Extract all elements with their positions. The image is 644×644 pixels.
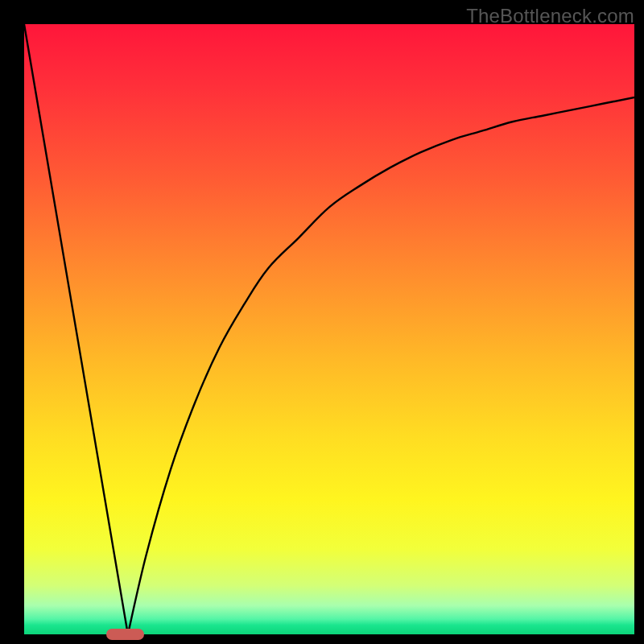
bottleneck-curve (24, 24, 634, 634)
plot-area (24, 24, 634, 634)
curve-left-branch (24, 24, 128, 634)
optimal-marker (106, 629, 144, 640)
watermark-text: TheBottleneck.com (466, 5, 634, 27)
curve-right-branch (128, 97, 634, 634)
chart-container: TheBottleneck.com (0, 0, 644, 644)
